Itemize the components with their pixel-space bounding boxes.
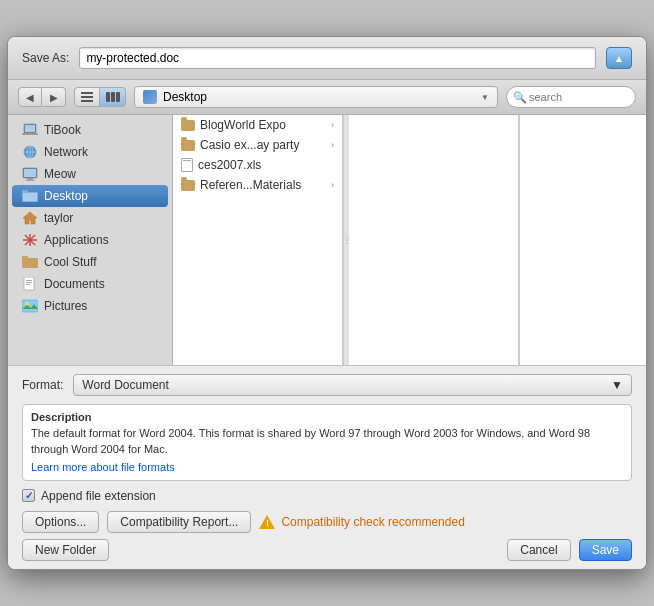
sidebar-item-pictures[interactable]: Pictures bbox=[12, 295, 168, 317]
file-name: Referen...Materials bbox=[200, 178, 301, 192]
sidebar-label: TiBook bbox=[44, 123, 81, 137]
sidebar-item-coolstuff[interactable]: Cool Stuff bbox=[12, 251, 168, 273]
filename-input[interactable] bbox=[79, 47, 596, 69]
laptop-icon bbox=[22, 122, 38, 138]
description-box: Description The default format for Word … bbox=[22, 404, 632, 481]
svg-rect-14 bbox=[24, 169, 36, 177]
up-button[interactable]: ▲ bbox=[606, 47, 632, 69]
file-item-referen[interactable]: Referen...Materials › bbox=[173, 175, 342, 195]
folder-icon bbox=[181, 120, 195, 131]
save-button[interactable]: Save bbox=[579, 539, 632, 561]
file-column-1: BlogWorld Expo › Casio ex...ay party › c… bbox=[173, 115, 343, 365]
pics-icon bbox=[22, 298, 38, 314]
titlebar: Save As: ▲ bbox=[8, 37, 646, 80]
chevron-right-icon: › bbox=[331, 120, 334, 130]
svg-rect-8 bbox=[22, 133, 38, 135]
compatibility-button[interactable]: Compatibility Report... bbox=[107, 511, 251, 533]
list-view-button[interactable] bbox=[74, 87, 100, 107]
svg-rect-1 bbox=[81, 96, 93, 98]
sidebar-item-meow[interactable]: Meow bbox=[12, 163, 168, 185]
svg-rect-25 bbox=[22, 258, 38, 268]
column-view-button[interactable] bbox=[100, 87, 126, 107]
sidebar-label: Pictures bbox=[44, 299, 87, 313]
svg-rect-29 bbox=[26, 282, 32, 283]
back-button[interactable]: ◀ bbox=[18, 87, 42, 107]
svg-rect-19 bbox=[23, 193, 37, 201]
sidebar-item-network[interactable]: Network bbox=[12, 141, 168, 163]
format-value: Word Document bbox=[82, 378, 168, 392]
forward-button[interactable]: ▶ bbox=[42, 87, 66, 107]
view-buttons bbox=[74, 87, 126, 107]
file-column-2 bbox=[349, 115, 519, 365]
search-input[interactable] bbox=[506, 86, 636, 108]
sidebar-label: Documents bbox=[44, 277, 105, 291]
action-row: New Folder Cancel Save bbox=[22, 539, 632, 561]
sidebar-label: Desktop bbox=[44, 189, 88, 203]
file-item-blogworld[interactable]: BlogWorld Expo › bbox=[173, 115, 342, 135]
svg-marker-20 bbox=[23, 212, 37, 224]
home-icon bbox=[22, 210, 38, 226]
svg-rect-18 bbox=[22, 190, 28, 193]
file-item-ces[interactable]: ces2007.xls bbox=[173, 155, 342, 175]
file-column-3 bbox=[519, 115, 646, 365]
sidebar-item-documents[interactable]: Documents bbox=[12, 273, 168, 295]
folder-icon bbox=[181, 180, 195, 191]
file-browser: BlogWorld Expo › Casio ex...ay party › c… bbox=[173, 115, 646, 365]
chevron-right-icon: › bbox=[331, 140, 334, 150]
file-name: BlogWorld Expo bbox=[200, 118, 286, 132]
nav-buttons: ◀ ▶ bbox=[18, 87, 66, 107]
new-folder-button[interactable]: New Folder bbox=[22, 539, 109, 561]
format-select[interactable]: Word Document ▼ bbox=[73, 374, 632, 396]
sidebar-item-taylor[interactable]: taylor bbox=[12, 207, 168, 229]
location-label: Desktop bbox=[163, 90, 207, 104]
computer-icon bbox=[22, 166, 38, 182]
apps-icon bbox=[22, 232, 38, 248]
svg-rect-26 bbox=[22, 256, 28, 259]
folder-icon bbox=[181, 140, 195, 151]
svg-rect-27 bbox=[24, 277, 34, 290]
svg-rect-15 bbox=[27, 178, 33, 180]
location-select[interactable]: Desktop ▼ bbox=[134, 86, 498, 108]
svg-rect-16 bbox=[25, 180, 35, 181]
chevron-right-icon: › bbox=[331, 180, 334, 190]
folder-icon bbox=[22, 254, 38, 270]
sidebar: TiBook Network bbox=[8, 115, 173, 365]
save-dialog: Save As: ▲ ◀ ▶ bbox=[7, 36, 647, 570]
options-button[interactable]: Options... bbox=[22, 511, 99, 533]
docs-icon bbox=[22, 276, 38, 292]
desktop-icon bbox=[143, 90, 157, 104]
sidebar-item-desktop[interactable]: Desktop bbox=[12, 185, 168, 207]
svg-rect-4 bbox=[111, 92, 115, 102]
sidebar-label: taylor bbox=[44, 211, 73, 225]
description-title: Description bbox=[31, 411, 623, 423]
confirm-buttons: Cancel Save bbox=[507, 539, 632, 561]
svg-rect-28 bbox=[26, 280, 32, 281]
sidebar-item-applications[interactable]: Applications bbox=[12, 229, 168, 251]
bottom-panel: Format: Word Document ▼ Description The … bbox=[8, 365, 646, 569]
file-name: Casio ex...ay party bbox=[200, 138, 299, 152]
svg-rect-2 bbox=[81, 100, 93, 102]
warning-text: Compatibility check recommended bbox=[281, 515, 464, 529]
desktop-folder-icon bbox=[22, 188, 38, 204]
toolbar: ◀ ▶ Desktop bbox=[8, 80, 646, 115]
cancel-button[interactable]: Cancel bbox=[507, 539, 570, 561]
svg-rect-5 bbox=[116, 92, 120, 102]
search-wrapper: 🔍 bbox=[506, 86, 636, 108]
append-label: Append file extension bbox=[41, 489, 156, 503]
append-checkbox[interactable] bbox=[22, 489, 35, 502]
file-item-casio[interactable]: Casio ex...ay party › bbox=[173, 135, 342, 155]
description-text: The default format for Word 2004. This f… bbox=[31, 426, 623, 457]
format-row: Format: Word Document ▼ bbox=[22, 374, 632, 396]
format-arrow: ▼ bbox=[611, 378, 623, 392]
sidebar-label: Applications bbox=[44, 233, 109, 247]
sidebar-label: Meow bbox=[44, 167, 76, 181]
warning-icon: ! bbox=[259, 515, 275, 529]
sidebar-item-tibook[interactable]: TiBook bbox=[12, 119, 168, 141]
content-area: TiBook Network bbox=[8, 115, 646, 365]
append-row: Append file extension bbox=[22, 489, 632, 503]
location-arrow: ▼ bbox=[481, 93, 489, 102]
saveas-label: Save As: bbox=[22, 51, 69, 65]
svg-rect-7 bbox=[25, 125, 35, 132]
file-name: ces2007.xls bbox=[198, 158, 261, 172]
learn-more-link[interactable]: Learn more about file formats bbox=[31, 461, 175, 473]
